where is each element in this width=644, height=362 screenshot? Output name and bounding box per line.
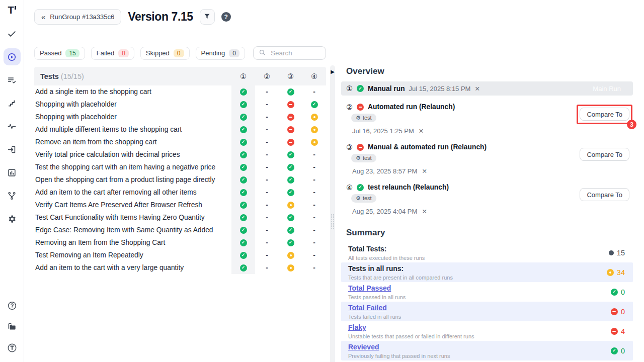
sidebar: T [0, 0, 24, 362]
table-row[interactable]: Edge Case: Removing Item with Same Quant… [34, 224, 326, 236]
table-row[interactable]: Test the shopping cart with an item havi… [34, 161, 326, 173]
status-cell: - [302, 211, 326, 224]
tests-table-title: Tests (15/15) [34, 72, 231, 80]
table-row[interactable]: Shopping with placeholder✓-✓ [34, 98, 326, 111]
filter-chip-skipped[interactable]: Skipped0 [140, 47, 190, 60]
status-cell: - [255, 85, 279, 98]
table-row[interactable]: Add an item to the cart after removing a… [34, 186, 326, 199]
pulse-icon [7, 122, 17, 131]
remove-run-icon[interactable]: ✕ [419, 127, 424, 135]
status-passed-icon: ✓ [287, 239, 294, 246]
help-icon[interactable]: ? [221, 12, 231, 22]
table-row[interactable]: Verify Cart Items Are Preserved After Br… [34, 199, 326, 211]
table-row[interactable]: Remove an item from the shopping cart✓- [34, 136, 326, 148]
status-cell: - [255, 211, 279, 224]
status-none-dash: - [266, 214, 268, 221]
sidebar-item-report-list[interactable] [4, 71, 21, 88]
status-filter-row: Passed15Failed0Skipped0Pending0 [34, 46, 326, 60]
drag-handle-icon[interactable] [331, 214, 335, 230]
back-button-label: RunGroup #13a335c6 [50, 13, 114, 21]
status-none-dash: - [266, 101, 268, 108]
table-row[interactable]: Open the shopping cart from a product li… [34, 173, 326, 186]
summary-count: 0 [621, 308, 625, 316]
sidebar-item-pulse[interactable] [4, 118, 21, 135]
back-button[interactable]: « RunGroup #13a335c6 [34, 9, 121, 25]
gear-icon: ⚙ [356, 196, 361, 201]
run-date: Aug 23, 2025 8:57 PM [352, 167, 417, 175]
status-cell: - [302, 173, 326, 186]
table-row[interactable]: Removing an Item from the Shopping Cart✓… [34, 236, 326, 249]
status-passed-icon: ✓ [240, 126, 247, 133]
table-row[interactable]: Test Cart Functionality with Items Havin… [34, 211, 326, 224]
funnel-icon [203, 13, 211, 22]
status-cell: ✓ [231, 85, 255, 98]
remove-run-icon[interactable]: ✕ [422, 167, 427, 175]
sidebar-item-docs[interactable] [5, 320, 19, 334]
sidebar-item-check[interactable] [4, 25, 21, 42]
status-cell: ✓ [302, 98, 326, 111]
table-row[interactable]: Add multiple different items to the shop… [34, 123, 326, 136]
status-passed-icon: ✓ [287, 88, 294, 96]
collapse-arrow-icon[interactable]: ▶ [331, 69, 335, 74]
annotation-step-badge: 3 [627, 120, 636, 129]
report-list-icon [7, 75, 17, 85]
compare-to-button[interactable]: Compare To [580, 188, 629, 201]
test-name: Add a single item to the shopping cart [34, 85, 231, 98]
filter-chip-count: 0 [118, 49, 129, 57]
table-row[interactable]: Shopping with placeholder✓- [34, 111, 326, 123]
brand-icon [7, 343, 17, 353]
status-passed-icon: ✓ [240, 88, 247, 96]
summary-label-total-failed[interactable]: Total Failed [348, 304, 387, 312]
test-name: Shopping with placeholder [34, 98, 231, 111]
status-cell: - [302, 199, 326, 211]
sidebar-item-import[interactable] [4, 141, 21, 158]
sidebar-item-play-circle[interactable] [4, 48, 21, 65]
filter-chip-pending[interactable]: Pending0 [196, 47, 245, 60]
test-name: Remove an item from the shopping cart [34, 136, 231, 148]
status-passed-icon: ✓ [240, 239, 247, 246]
compare-to-button[interactable]: Compare To [580, 148, 629, 161]
run-date: Jul 15, 2025 8:15 PM [409, 85, 471, 93]
app-logo[interactable]: T [8, 5, 16, 15]
sidebar-item-branches[interactable] [4, 187, 21, 204]
panel-divider[interactable]: ▶ [330, 65, 335, 362]
filter-chip-failed[interactable]: Failed0 [91, 47, 134, 60]
status-passed-icon: ✓ [287, 176, 294, 184]
sidebar-item-settings[interactable] [4, 210, 21, 227]
remove-run-icon[interactable]: ✕ [474, 85, 479, 93]
summary-label-revieved[interactable]: Revieved [348, 343, 379, 351]
main-run-badge: Main Run [593, 85, 628, 93]
remove-run-icon[interactable]: ✕ [422, 208, 427, 215]
summary-label-total-passed[interactable]: Total Passed [348, 284, 391, 292]
compare-to-button[interactable]: Compare To [580, 108, 629, 121]
status-cell: ✓ [231, 249, 255, 261]
table-row[interactable]: Add an item to the cart with a very larg… [34, 261, 326, 274]
status-none-dash: - [266, 226, 268, 234]
summary-list: Total Tests:All tests executed in these … [341, 243, 633, 362]
run-tag-chip: ⚙test [351, 194, 376, 203]
run-column-1: ① [231, 72, 255, 80]
status-cell: ✓ [231, 199, 255, 211]
tests-pane: Passed15Failed0Skipped0Pending0 Tests (1… [24, 28, 330, 362]
status-cell: - [302, 148, 326, 161]
filter-button[interactable] [200, 9, 215, 25]
status-cell: - [255, 111, 279, 123]
status-cell [302, 136, 326, 148]
status-cell: - [255, 161, 279, 173]
status-none-dash: - [266, 163, 268, 171]
status-failed-icon [611, 308, 618, 315]
sidebar-item-brand[interactable] [5, 341, 19, 355]
table-row[interactable]: Add a single item to the shopping cart✓-… [34, 85, 326, 98]
sidebar-item-steps[interactable] [4, 95, 21, 112]
sidebar-item-analytics[interactable] [4, 164, 21, 181]
sidebar-nav [4, 25, 21, 227]
test-name: Add multiple different items to the shop… [34, 123, 231, 136]
summary-label-flaky[interactable]: Flaky [348, 323, 366, 331]
table-row[interactable]: Test Removing an Item Repeatedly✓-- [34, 249, 326, 261]
run-item-1[interactable]: ①✓Manual runJul 15, 2025 8:15 PM✕Main Ru… [341, 81, 633, 96]
filter-chip-passed[interactable]: Passed15 [34, 47, 85, 60]
run-date: Aug 25, 2025 4:04 PM [352, 208, 417, 215]
table-row[interactable]: Verify total price calculation with deci… [34, 148, 326, 161]
sidebar-item-help[interactable] [5, 299, 19, 313]
search-input[interactable] [270, 49, 320, 57]
